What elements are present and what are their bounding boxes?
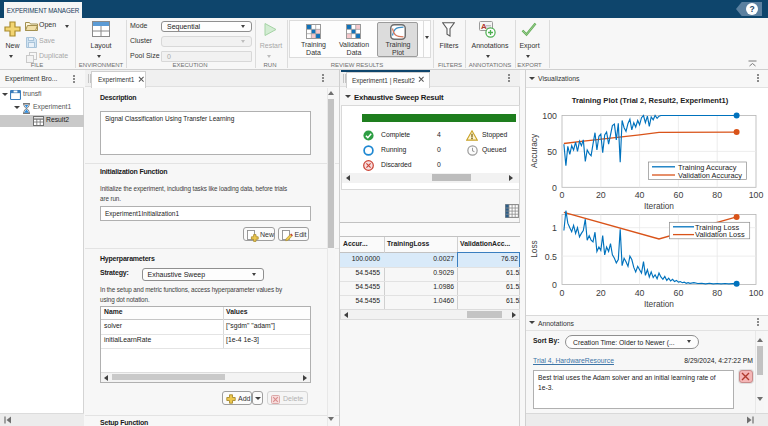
svg-text:60: 60	[674, 190, 684, 200]
svg-text:80: 80	[712, 190, 722, 200]
svg-text:Validation Accuracy: Validation Accuracy	[678, 171, 742, 180]
svg-text:50: 50	[547, 147, 557, 157]
svg-text:100: 100	[749, 190, 764, 200]
svg-text:Accuracy: Accuracy	[529, 133, 539, 168]
svg-text:1: 1	[552, 223, 557, 233]
svg-text:Loss: Loss	[529, 240, 539, 258]
svg-text:20: 20	[596, 288, 606, 298]
svg-text:Training Plot (Trial 2, Result: Training Plot (Trial 2, Result2, Experim…	[572, 96, 729, 105]
svg-text:0: 0	[552, 280, 557, 290]
svg-text:40: 40	[635, 288, 645, 298]
svg-text:Validation Loss: Validation Loss	[695, 230, 745, 239]
svg-text:0: 0	[552, 183, 557, 193]
svg-text:0.5: 0.5	[545, 252, 557, 262]
svg-text:Iteration: Iteration	[644, 201, 674, 211]
svg-text:40: 40	[635, 190, 645, 200]
svg-text:0: 0	[560, 190, 565, 200]
svg-text:20: 20	[596, 190, 606, 200]
svg-text:80: 80	[712, 288, 722, 298]
svg-text:60: 60	[674, 288, 684, 298]
svg-text:Iteration: Iteration	[644, 299, 674, 309]
svg-text:A: A	[481, 22, 487, 31]
svg-text:100: 100	[542, 111, 557, 121]
svg-text:0: 0	[560, 288, 565, 298]
svg-text:100: 100	[749, 288, 764, 298]
